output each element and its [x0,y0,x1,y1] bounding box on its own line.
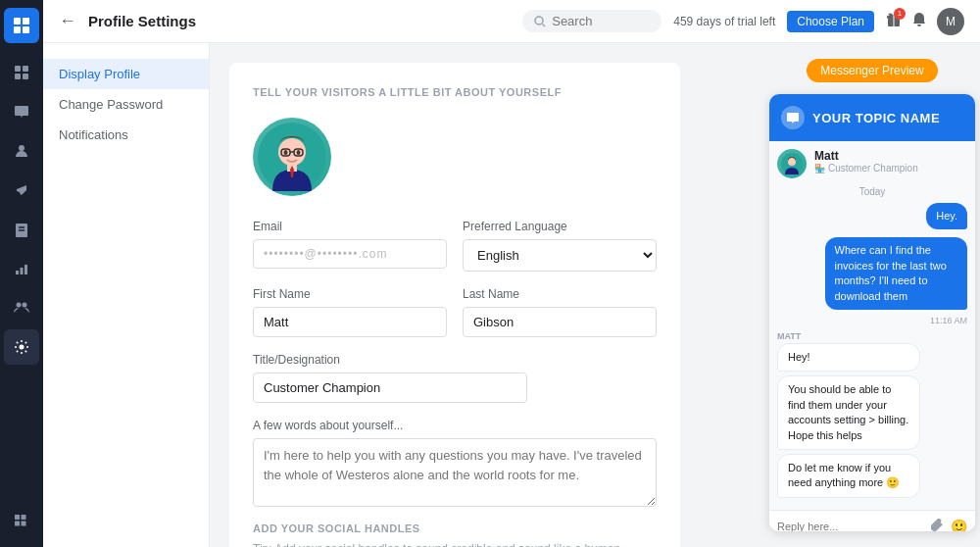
messenger-widget: YOUR TOPIC NAME [769,94,975,531]
svg-line-23 [543,24,546,26]
main-content: TELL YOUR VISITORS A LITTLE BIT ABOUT YO… [210,43,764,547]
agent-role: Customer Champion [814,163,918,174]
bio-textarea[interactable] [253,438,657,507]
messenger-topic: YOUR TOPIC NAME [812,111,940,125]
agent-name: Matt [814,149,918,163]
search-icon [534,16,546,27]
firstname-label: First Name [253,287,447,301]
page-title: Profile Settings [88,13,511,29]
notification-icon[interactable] [911,12,927,31]
svg-rect-1 [23,18,29,25]
topbar: ← Profile Settings 459 days of trial lef… [43,0,980,43]
app-logo[interactable] [4,8,39,43]
search-input[interactable] [552,14,650,28]
svg-point-22 [535,17,543,25]
menu-item-display-profile[interactable]: Display Profile [43,59,209,89]
section-title: TELL YOUR VISITORS A LITTLE BIT ABOUT YO… [253,86,657,98]
email-input[interactable] [253,239,447,269]
agent-intro: Matt Customer Champion [777,149,967,178]
sidebar-item-inbox[interactable] [4,94,39,129]
sidebar-item-knowledge[interactable] [4,212,39,247]
form-row-email-language: Email Preferred Language English [253,220,657,272]
chat-time: 11:16 AM [777,316,967,325]
messenger-body: Matt Customer Champion Today Hey. Wher [769,141,975,510]
social-section: ADD YOUR SOCIAL HANDLES Tip: Add your so… [253,522,657,547]
lastname-group: Last Name [463,287,657,337]
email-label: Email [253,220,447,233]
chat-bubble-agent-billing: You should be able to find them under yo… [777,375,920,450]
menu-item-change-password[interactable]: Change Password [43,89,209,120]
agent-avatar [777,149,807,178]
trial-text: 459 days of trial left [673,15,775,28]
form-row-bio: A few words about yourself... [253,419,657,507]
svg-point-34 [297,150,301,155]
messenger-preview-button[interactable]: Messenger Preview [807,59,937,82]
attach-icon[interactable] [931,519,945,531]
sidebar-nav [0,0,43,547]
sidebar-item-campaigns[interactable] [4,173,39,208]
social-section-title: ADD YOUR SOCIAL HANDLES [253,522,657,534]
bio-label: A few words about yourself... [253,419,657,432]
choose-plan-button[interactable]: Choose Plan [787,11,874,32]
title-input[interactable] [253,373,527,403]
svg-point-16 [23,303,27,308]
svg-point-17 [20,345,24,350]
lastname-label: Last Name [463,287,657,301]
language-label: Preferred Language [463,220,657,233]
svg-rect-6 [15,74,21,79]
firstname-input[interactable] [253,307,447,337]
svg-rect-2 [14,26,21,33]
date-divider: Today [777,186,967,197]
firstname-group: First Name [253,287,447,337]
avatar-container [253,118,657,196]
svg-rect-14 [24,265,27,274]
messenger-panel: Messenger Preview YOUR TOPIC NAME [764,43,980,547]
messenger-header: YOUR TOPIC NAME [769,94,975,141]
svg-rect-21 [22,522,26,526]
language-group: Preferred Language English [463,220,657,272]
svg-rect-7 [23,74,28,79]
form-row-title: Title/Designation [253,353,657,403]
chat-bubble-agent-letmeknow: Do let me know if you need anything more… [777,454,920,498]
search-bar[interactable] [522,10,662,32]
agent-info: Matt Customer Champion [814,149,918,174]
svg-rect-18 [15,515,20,520]
footer-icons: 🙂 [931,519,967,531]
social-tip: Tip: Add your social handles to sound cr… [253,542,657,547]
svg-rect-5 [23,66,28,72]
svg-point-8 [19,145,24,151]
profile-card: TELL YOUR VISITORS A LITTLE BIT ABOUT YO… [229,63,680,547]
svg-point-36 [788,158,796,166]
sidebar-item-contacts[interactable] [4,133,39,169]
user-avatar[interactable]: M [937,8,964,35]
title-group: Title/Designation [253,353,657,403]
menu-item-notifications[interactable]: Notifications [43,120,209,150]
emoji-icon[interactable]: 🙂 [951,519,967,531]
form-row-names: First Name Last Name [253,287,657,337]
main-wrapper: ← Profile Settings 459 days of trial lef… [43,0,980,547]
sidebar-item-settings[interactable] [4,329,39,365]
topbar-icons: 1 M [886,8,964,35]
language-select[interactable]: English [463,239,657,272]
bio-group: A few words about yourself... [253,419,657,507]
sidebar-item-reports[interactable] [4,251,39,286]
sidebar-item-apps[interactable] [4,504,39,539]
chat-bubble-agent-hey: Hey! [777,343,920,372]
avatar[interactable] [253,118,331,196]
reply-input[interactable] [777,521,925,531]
svg-rect-19 [22,515,26,520]
svg-point-33 [284,150,288,155]
svg-rect-3 [23,26,29,33]
svg-rect-13 [21,268,24,274]
messenger-header-icon [781,106,805,129]
lastname-input[interactable] [463,307,657,337]
messenger-footer: 🙂 [769,510,975,531]
chat-bubble-hey: Hey. [926,203,967,229]
content-area: Display Profile Change Password Notifica… [43,43,980,547]
back-button[interactable]: ← [59,11,76,31]
gift-icon[interactable]: 1 [886,12,902,31]
chat-bubble-invoices: Where can I find the invoices for the la… [825,237,968,310]
sidebar-item-dashboard[interactable] [4,55,39,90]
left-menu: Display Profile Change Password Notifica… [43,43,210,547]
sidebar-item-people[interactable] [4,290,39,325]
